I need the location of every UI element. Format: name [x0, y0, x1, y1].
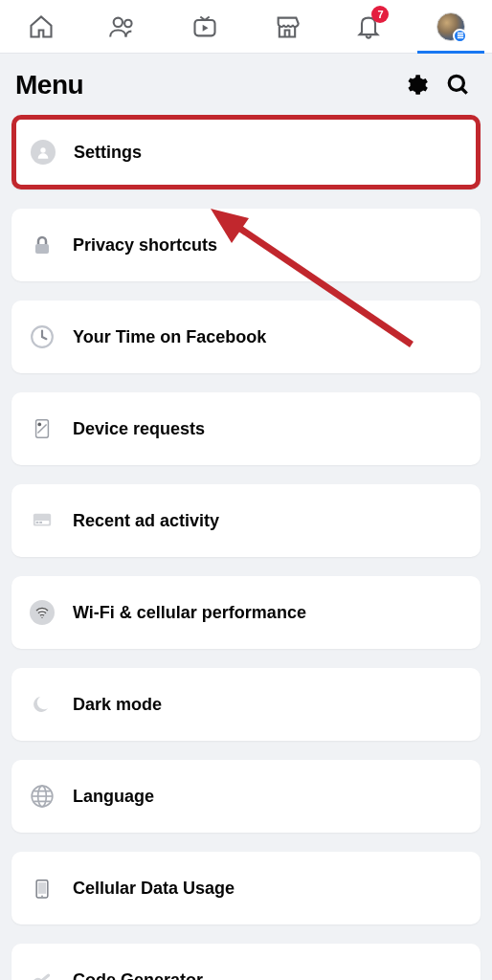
menu-item-wifi-cellular[interactable]: Wi-Fi & cellular performance — [11, 576, 481, 649]
menu-item-privacy-shortcuts[interactable]: Privacy shortcuts — [11, 209, 481, 281]
watch-icon — [191, 13, 218, 40]
person-circle-icon — [30, 139, 56, 166]
svg-rect-15 — [36, 522, 39, 523]
svg-line-7 — [461, 88, 466, 93]
menu-item-label: Your Time on Facebook — [73, 327, 266, 347]
menu-item-label: Settings — [74, 143, 142, 163]
svg-point-6 — [449, 76, 463, 90]
menu-item-label: Wi-Fi & cellular performance — [73, 603, 306, 623]
menu-item-your-time[interactable]: Your Time on Facebook — [11, 301, 481, 373]
friends-icon — [109, 13, 136, 40]
menu-item-cellular-data[interactable]: Cellular Data Usage — [11, 852, 481, 924]
menu-badge-icon — [453, 29, 467, 43]
marketplace-icon — [274, 13, 301, 40]
page-title: Menu — [15, 70, 392, 100]
menu-item-label: Dark mode — [73, 695, 162, 715]
settings-gear-button[interactable] — [398, 67, 435, 103]
avatar — [436, 12, 465, 41]
menu-list: Settings Privacy shortcuts Your Time on … — [0, 115, 492, 980]
ad-icon — [29, 507, 56, 534]
menu-item-label: Code Generator — [73, 970, 203, 981]
notification-badge: 7 — [371, 6, 389, 23]
clock-icon — [29, 323, 56, 350]
svg-point-17 — [41, 617, 42, 618]
menu-item-label: Recent ad activity — [73, 511, 219, 531]
wifi-icon — [29, 599, 56, 626]
nav-profile[interactable] — [417, 0, 484, 54]
nav-marketplace[interactable] — [254, 0, 321, 54]
svg-point-1 — [125, 19, 132, 26]
menu-item-dark-mode[interactable]: Dark mode — [11, 668, 481, 741]
menu-item-language[interactable]: Language — [11, 760, 481, 833]
svg-rect-16 — [39, 522, 42, 523]
svg-rect-26 — [40, 973, 51, 980]
search-icon — [446, 73, 471, 98]
menu-header: Menu — [0, 54, 492, 115]
device-request-icon — [29, 415, 56, 442]
menu-item-recent-ad-activity[interactable]: Recent ad activity — [11, 484, 481, 557]
top-navbar: 7 — [0, 0, 492, 54]
nav-home[interactable] — [8, 0, 75, 54]
nav-friends[interactable] — [89, 0, 156, 54]
search-button[interactable] — [440, 67, 477, 103]
globe-icon — [29, 783, 56, 810]
svg-point-0 — [114, 17, 123, 26]
menu-item-label: Cellular Data Usage — [73, 879, 235, 899]
active-tab-indicator — [417, 51, 484, 54]
key-icon — [29, 967, 56, 980]
menu-item-label: Privacy shortcuts — [73, 235, 217, 256]
svg-point-12 — [37, 423, 41, 427]
nav-notifications[interactable]: 7 — [335, 0, 402, 54]
menu-item-settings[interactable]: Settings — [11, 115, 481, 189]
menu-item-device-requests[interactable]: Device requests — [11, 392, 481, 465]
nav-watch[interactable] — [171, 0, 238, 54]
svg-point-8 — [40, 147, 45, 152]
svg-point-23 — [41, 896, 43, 898]
lock-icon — [29, 232, 56, 258]
menu-item-label: Device requests — [73, 419, 205, 439]
home-icon — [28, 13, 55, 40]
gear-icon — [404, 73, 429, 98]
menu-item-code-generator[interactable]: Code Generator — [11, 944, 481, 980]
svg-rect-9 — [35, 244, 49, 254]
menu-item-label: Language — [73, 787, 154, 807]
moon-icon — [29, 691, 56, 718]
phone-icon — [29, 875, 56, 902]
svg-rect-22 — [38, 882, 46, 894]
